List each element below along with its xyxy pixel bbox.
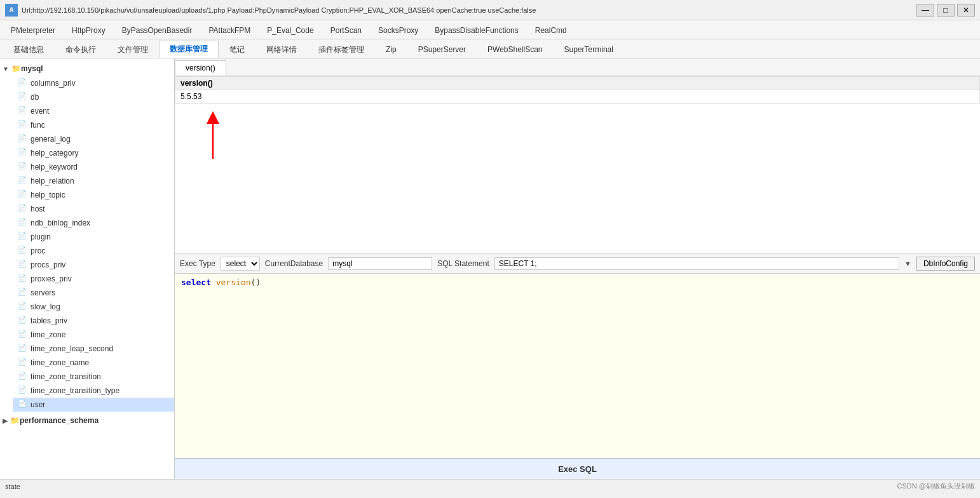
plugin-tab-httpproxy[interactable]: HttpProxy bbox=[64, 23, 114, 37]
sql-statement-input[interactable] bbox=[494, 257, 899, 270]
file-icon: 📄 bbox=[18, 330, 28, 340]
tree-root: ▼ 📁 mysql 📄columns_priv📄db📄event📄func📄ge… bbox=[0, 58, 174, 431]
nav-tab-数据库管理[interactable]: 数据库管理 bbox=[159, 41, 219, 58]
nav-tab-Zip[interactable]: Zip bbox=[375, 42, 407, 57]
sql-dropdown-arrow[interactable]: ▼ bbox=[904, 260, 911, 267]
maximize-button[interactable]: □ bbox=[937, 4, 955, 17]
nav-tab-PSuperServer[interactable]: PSuperServer bbox=[407, 42, 477, 57]
right-panel: version() version() 5.5.53 bbox=[175, 58, 980, 479]
plugin-tab-socksproxy[interactable]: SocksProxy bbox=[370, 23, 426, 37]
sidebar-table-help_keyword[interactable]: 📄help_keyword bbox=[13, 160, 174, 174]
result-row: 5.5.53 bbox=[175, 90, 980, 104]
plugin-tab-pmeterpreter[interactable]: PMeterpreter bbox=[3, 23, 64, 37]
minimize-button[interactable]: — bbox=[916, 4, 934, 17]
state-label: state bbox=[5, 483, 20, 490]
sidebar-table-func[interactable]: 📄func bbox=[13, 118, 174, 132]
sidebar-table-tables_priv[interactable]: 📄tables_priv bbox=[13, 314, 174, 328]
file-icon: 📄 bbox=[18, 148, 28, 158]
file-icon: 📄 bbox=[18, 288, 28, 298]
file-icon: 📄 bbox=[18, 204, 28, 214]
tree-db-root2[interactable]: ▶ 📁 performance_schema bbox=[0, 413, 174, 428]
plugin-tab-pattackfpm[interactable]: PAttackFPM bbox=[200, 23, 259, 37]
file-icon: 📄 bbox=[18, 176, 28, 186]
file-icon: 📄 bbox=[18, 274, 28, 284]
sidebar-table-ndb_binlog_index[interactable]: 📄ndb_binlog_index bbox=[13, 216, 174, 230]
red-arrow-annotation bbox=[194, 111, 232, 162]
sql-editor[interactable]: select version() bbox=[175, 274, 980, 459]
result-tab-version()[interactable]: version() bbox=[175, 60, 226, 76]
sidebar-table-time_zone_transition_type[interactable]: 📄time_zone_transition_type bbox=[13, 384, 174, 398]
exec-type-label: Exec Type bbox=[180, 259, 215, 268]
nav-tab-文件管理[interactable]: 文件管理 bbox=[107, 41, 159, 58]
close-button[interactable]: ✕ bbox=[957, 4, 975, 17]
sidebar-table-time_zone[interactable]: 📄time_zone bbox=[13, 328, 174, 342]
current-db-label: CurrentDatabase bbox=[265, 259, 323, 268]
sidebar-table-time_zone_leap_second[interactable]: 📄time_zone_leap_second bbox=[13, 342, 174, 356]
plugin-tab-portscan[interactable]: PortScan bbox=[322, 23, 370, 37]
file-icon: 📄 bbox=[18, 316, 28, 326]
nav-tab-插件标签管理[interactable]: 插件标签管理 bbox=[308, 41, 375, 58]
dbinfo-config-button[interactable]: DbInfoConfig bbox=[916, 257, 975, 271]
nav-tab-命令执行[interactable]: 命令执行 bbox=[55, 41, 107, 58]
sidebar-table-host[interactable]: 📄host bbox=[13, 202, 174, 216]
title-text: Url:http://192.168.10.150/pikachu/vul/un… bbox=[22, 6, 916, 14]
file-icon: 📄 bbox=[18, 190, 28, 200]
file-icon: 📄 bbox=[18, 246, 28, 256]
sidebar: ▼ 📁 mysql 📄columns_priv📄db📄event📄func📄ge… bbox=[0, 58, 175, 479]
sidebar-table-event[interactable]: 📄event bbox=[13, 104, 174, 118]
exec-bar: Exec Type select CurrentDatabase SQL Sta… bbox=[175, 253, 980, 274]
result-table: version() 5.5.53 bbox=[175, 76, 980, 104]
sidebar-table-procs_priv[interactable]: 📄procs_priv bbox=[13, 258, 174, 272]
nav-tab-SuperTerminal[interactable]: SuperTerminal bbox=[554, 42, 624, 57]
sidebar-table-db[interactable]: 📄db bbox=[13, 90, 174, 104]
file-icon: 📄 bbox=[18, 260, 28, 270]
folder-icon2: 📁 bbox=[10, 416, 20, 425]
app-icon: A bbox=[5, 4, 18, 17]
exec-sql-bar: Exec SQL bbox=[175, 459, 980, 479]
plugin-tab-bypassopenbasedir[interactable]: ByPassOpenBasedir bbox=[114, 23, 201, 37]
exec-type-select[interactable]: select bbox=[221, 257, 260, 271]
folder-icon: 📁 bbox=[11, 64, 21, 73]
titlebar: A Url:http://192.168.10.150/pikachu/vul/… bbox=[0, 0, 980, 20]
tree-db-root[interactable]: ▼ 📁 mysql bbox=[0, 61, 174, 76]
nav-tab-网络详情[interactable]: 网络详情 bbox=[255, 41, 308, 58]
sidebar-table-time_zone_transition[interactable]: 📄time_zone_transition bbox=[13, 370, 174, 384]
plugin-tab-bypassdisablefunctions[interactable]: BypassDisableFunctions bbox=[426, 23, 526, 37]
sidebar-table-proc[interactable]: 📄proc bbox=[13, 244, 174, 258]
current-db-input[interactable] bbox=[328, 257, 432, 270]
sidebar-table-time_zone_name[interactable]: 📄time_zone_name bbox=[13, 356, 174, 370]
file-icon: 📄 bbox=[18, 92, 28, 102]
result-tabs: version() bbox=[175, 58, 980, 76]
nav-tab-PWebShellScan[interactable]: PWebShellScan bbox=[477, 42, 554, 57]
sidebar-table-help_topic[interactable]: 📄help_topic bbox=[13, 188, 174, 202]
plugin-tab-realcmd[interactable]: RealCmd bbox=[527, 23, 575, 37]
plugin-tab-p_eval_code[interactable]: P_Eval_Code bbox=[259, 23, 322, 37]
file-icon: 📄 bbox=[18, 134, 28, 144]
result-col-header: version() bbox=[175, 77, 980, 90]
sidebar-table-columns_priv[interactable]: 📄columns_priv bbox=[13, 76, 174, 90]
sidebar-table-help_category[interactable]: 📄help_category bbox=[13, 146, 174, 160]
sidebar-table-servers[interactable]: 📄servers bbox=[13, 286, 174, 300]
file-icon: 📄 bbox=[18, 78, 28, 88]
file-icon: 📄 bbox=[18, 218, 28, 228]
nav-tab-笔记[interactable]: 笔记 bbox=[219, 41, 255, 58]
sidebar-table-slow_log[interactable]: 📄slow_log bbox=[13, 300, 174, 314]
result-cell: 5.5.53 bbox=[175, 90, 980, 104]
main-content: ▼ 📁 mysql 📄columns_priv📄db📄event📄func📄ge… bbox=[0, 58, 980, 479]
file-icon: 📄 bbox=[18, 358, 28, 368]
sidebar-table-help_relation[interactable]: 📄help_relation bbox=[13, 174, 174, 188]
file-icon: 📄 bbox=[18, 302, 28, 312]
nav-tab-基础信息[interactable]: 基础信息 bbox=[3, 41, 55, 58]
main-nav-bar: 基础信息命令执行文件管理数据库管理笔记网络详情插件标签管理ZipPSuperSe… bbox=[0, 39, 980, 58]
sidebar-table-proxies_priv[interactable]: 📄proxies_priv bbox=[13, 272, 174, 286]
table-list: 📄columns_priv📄db📄event📄func📄general_log📄… bbox=[0, 76, 174, 412]
sidebar-table-general_log[interactable]: 📄general_log bbox=[13, 132, 174, 146]
window-controls: — □ ✕ bbox=[916, 4, 975, 17]
sql-paren: () bbox=[251, 278, 261, 287]
exec-sql-button[interactable]: Exec SQL bbox=[175, 459, 980, 479]
file-icon: 📄 bbox=[18, 232, 28, 242]
sidebar-table-user[interactable]: 📄user bbox=[13, 398, 174, 412]
sidebar-table-plugin[interactable]: 📄plugin bbox=[13, 230, 174, 244]
result-content: version() 5.5.53 bbox=[175, 76, 980, 253]
file-icon: 📄 bbox=[18, 106, 28, 116]
